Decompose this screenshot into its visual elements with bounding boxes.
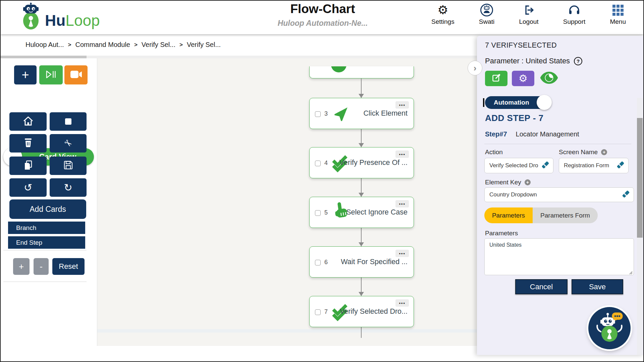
flow-card-step-4[interactable]: 4 Verify Presence Of ... ●●●: [309, 147, 414, 178]
divider: [3, 282, 87, 282]
step-checkbox[interactable]: [315, 210, 321, 216]
save-button[interactable]: Save: [572, 279, 623, 294]
home-icon: [23, 116, 33, 127]
page-title-block: Flow-Chart Huloop Automation-Ne...: [222, 2, 423, 28]
help-icon[interactable]: ?: [574, 57, 582, 65]
undo-button[interactable]: ↺: [9, 178, 47, 197]
step-info-row: Step#7 Locator Management: [485, 130, 579, 138]
divider: [484, 144, 631, 144]
cut-button[interactable]: ✂: [50, 134, 87, 153]
eraser-icon[interactable]: [615, 160, 626, 171]
card-menu-button[interactable]: ●●●: [395, 299, 409, 307]
breadcrumb-item[interactable]: Verify Sel...: [142, 41, 175, 49]
zoom-in-button[interactable]: +: [13, 258, 30, 275]
chat-assistant-button[interactable]: [588, 307, 631, 349]
add-step-button[interactable]: +: [14, 65, 37, 84]
step-checkbox[interactable]: [315, 111, 321, 117]
nav-logout[interactable]: Logout: [519, 3, 538, 25]
record-button[interactable]: [64, 65, 88, 84]
eraser-icon[interactable]: [540, 160, 550, 171]
add-cards-button[interactable]: Add Cards: [9, 199, 86, 219]
flow-connector-arrow: [359, 129, 364, 147]
redo-icon: ↻: [64, 183, 72, 193]
cancel-button[interactable]: Cancel: [515, 279, 568, 294]
home-button[interactable]: [9, 112, 47, 131]
parameters-textarea[interactable]: United States: [484, 238, 634, 275]
preview-step-button[interactable]: [539, 71, 559, 86]
reset-button[interactable]: Reset: [52, 258, 85, 275]
eye-icon: [540, 71, 558, 85]
tab-parameters-form[interactable]: Parameters Form: [533, 207, 598, 223]
delete-button[interactable]: [9, 134, 47, 153]
chevron-right-icon: >: [179, 42, 183, 48]
panel-collapse-button[interactable]: ›: [468, 61, 482, 75]
video-camera-icon: [70, 70, 82, 80]
panel-scrollbar[interactable]: [637, 98, 643, 355]
step-number: 3: [324, 110, 328, 117]
save-button[interactable]: [50, 157, 87, 175]
step-number: 6: [324, 259, 328, 266]
panel-scrollbar-thumb[interactable]: [637, 118, 643, 238]
app-header: HuLoop Flow-Chart Huloop Automation-Ne..…: [1, 1, 643, 34]
nav-user[interactable]: Swati: [479, 3, 494, 25]
stop-button[interactable]: [50, 112, 87, 131]
nav-support[interactable]: Support: [563, 3, 586, 25]
add-screen-icon[interactable]: +: [601, 149, 607, 155]
flow-connector-arrow: [359, 228, 364, 246]
save-floppy-icon: [64, 161, 73, 171]
flow-card-step-7[interactable]: 7 Verify Selected Dro... ●●●: [309, 296, 414, 327]
zoom-out-button[interactable]: -: [34, 258, 49, 275]
breadcrumb-item[interactable]: Huloop Aut...: [25, 41, 64, 49]
element-key-field[interactable]: [484, 187, 634, 202]
card-item-branch[interactable]: Branch: [8, 222, 85, 234]
nav-settings[interactable]: ⚙ Settings: [431, 3, 454, 25]
flow-connector-arrow: [359, 178, 364, 197]
flow-card-step-6[interactable]: 6 Wait For Specified ... ●●●: [309, 246, 414, 278]
card-item-end-step[interactable]: End Step: [8, 236, 85, 249]
element-key-label: Element Key +: [485, 179, 531, 186]
step-settings-button[interactable]: ⚙: [512, 71, 534, 86]
card-menu-button[interactable]: ●●●: [395, 150, 409, 158]
screen-name-field[interactable]: [559, 158, 629, 173]
copy-button[interactable]: [9, 157, 47, 175]
panel-step-title: 7 VERIFYSELECTED: [485, 41, 557, 50]
step-checkbox[interactable]: [315, 260, 321, 265]
nav-menu[interactable]: Menu: [610, 3, 626, 25]
step-checkbox[interactable]: [315, 309, 321, 315]
redo-button[interactable]: ↻: [50, 178, 87, 197]
step-icon-partial: [331, 66, 346, 72]
breadcrumb-item[interactable]: Verify Sel...: [187, 41, 221, 49]
card-menu-button[interactable]: ●●●: [395, 101, 409, 109]
run-pause-button[interactable]: [39, 65, 63, 84]
flow-card-step-3[interactable]: 3 Click Element ●●●: [309, 98, 414, 129]
gear-icon: ⚙: [437, 3, 448, 17]
hidden-label-fragment: [483, 98, 484, 107]
huloop-flowchart-page: HuLoop Flow-Chart Huloop Automation-Ne..…: [0, 0, 644, 362]
step-checkbox[interactable]: [315, 161, 321, 166]
step-properties-panel: 7 VERIFYSELECTED Parameter : United Stat…: [477, 36, 644, 355]
screen-name-input[interactable]: [559, 162, 615, 169]
grid-menu-icon: [612, 3, 624, 17]
action-field[interactable]: [484, 158, 553, 173]
action-input[interactable]: [485, 162, 540, 169]
copy-icon: [24, 160, 33, 172]
horizontal-scrollbar-thumb[interactable]: [1, 56, 87, 58]
horizontal-scrollbar[interactable]: [1, 56, 477, 58]
element-key-input[interactable]: [485, 191, 621, 198]
huloop-logo[interactable]: HuLoop: [20, 3, 100, 32]
chevron-right-icon: >: [68, 42, 71, 48]
tab-parameters[interactable]: Parameters: [484, 207, 533, 223]
edit-step-button[interactable]: [485, 71, 507, 86]
breadcrumb-item[interactable]: Command Module: [75, 41, 130, 49]
plus-icon: +: [21, 68, 29, 82]
card-menu-button[interactable]: ●●●: [395, 200, 409, 207]
flow-card-step-5[interactable]: 5 Select Ignore Case ●●●: [309, 197, 414, 228]
flow-card-partial[interactable]: [309, 66, 414, 78]
add-element-key-icon[interactable]: +: [525, 179, 531, 185]
automation-toggle-knob[interactable]: [537, 95, 552, 110]
eraser-icon[interactable]: [621, 189, 631, 200]
headphones-icon: [568, 3, 581, 17]
action-label: Action: [485, 148, 503, 156]
card-menu-button[interactable]: ●●●: [395, 250, 409, 257]
trash-icon: [24, 138, 33, 149]
